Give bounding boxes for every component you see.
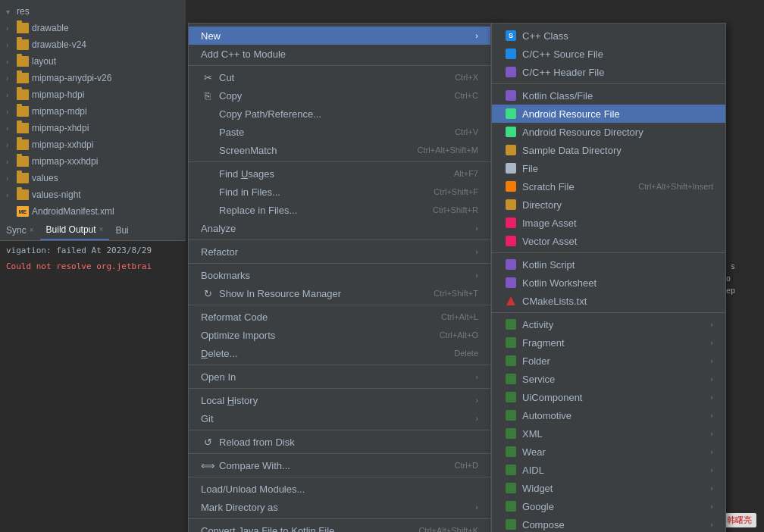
tree-item[interactable]: › mipmap-mdpi: [0, 103, 186, 120]
menu-item-convert-java[interactable]: Convert Java File to Kotlin File Ctrl+Al…: [189, 521, 490, 532]
menu-item-file[interactable]: File: [492, 159, 725, 177]
tab-bui-label: Bui: [115, 225, 128, 236]
menu-item-analyze[interactable]: Analyze ›: [189, 219, 490, 237]
menu-item-automotive[interactable]: Automotive ›: [492, 406, 725, 424]
menu-item-cmake[interactable]: CMakeLists.txt: [492, 292, 725, 310]
menu-item-delete[interactable]: Delete... Delete: [189, 344, 490, 362]
tree-item-xml-icon: ME: [17, 206, 29, 217]
paste-icon: [201, 125, 214, 139]
tree-item[interactable]: › mipmap-hdpi: [0, 86, 186, 103]
menu-item-reformat[interactable]: Reformat Code Ctrl+Alt+L: [189, 308, 490, 326]
menu-item-cpp-class[interactable]: S C++ Class: [492, 27, 725, 45]
aidl-icon: [504, 463, 518, 477]
menu-item-aidl[interactable]: AIDL ›: [492, 461, 725, 479]
menu-item-widget-label: Widget: [522, 483, 553, 494]
menu-item-wear[interactable]: Wear ›: [492, 443, 725, 461]
tree-item[interactable]: › mipmap-anydpi-v26: [0, 70, 186, 86]
file-tree: ▾ res › drawable› drawable-v24› layout› …: [0, 0, 186, 220]
menu-item-open-in[interactable]: Open In ›: [189, 368, 490, 386]
tab-build-output-label: Build Output: [46, 224, 96, 235]
menu-item-reformat-label: Reformat Code: [201, 311, 268, 323]
tab-bui[interactable]: Bui: [109, 220, 134, 240]
menu-item-widget[interactable]: Widget ›: [492, 479, 725, 497]
menu-item-open-in-arrow: ›: [475, 372, 478, 381]
tree-item[interactable]: › drawable: [0, 20, 186, 36]
menu-item-xml-label: XML: [522, 428, 543, 440]
menu-item-sample-data[interactable]: Sample Data Directory: [492, 141, 725, 159]
menu-item-new[interactable]: New ›: [189, 27, 490, 45]
tab-build-output-close[interactable]: ×: [99, 225, 104, 233]
menu-item-cut[interactable]: ✂ Cut Ctrl+X: [189, 68, 490, 86]
menu-item-add-cpp[interactable]: Add C++ to Module: [189, 45, 490, 63]
tab-build-output[interactable]: Build Output ×: [40, 220, 110, 240]
menu-item-screenmatch-shortcut: Ctrl+Alt+Shift+M: [402, 146, 478, 155]
menu-item-local-history[interactable]: Local History ›: [189, 391, 490, 409]
menu-item-optimize[interactable]: Optimize Imports Ctrl+Alt+O: [189, 326, 490, 344]
code-snippet: g s fo dep: [722, 261, 761, 297]
automotive-icon: [504, 408, 518, 422]
menu-item-vector-asset[interactable]: Vector Asset: [492, 232, 725, 250]
tree-root[interactable]: ▾ res: [0, 3, 186, 20]
cmake-icon: [504, 294, 518, 308]
menu-item-service-label: Service: [522, 374, 555, 385]
separator-1: [189, 65, 490, 66]
menu-item-scratch[interactable]: Scratch File Ctrl+Alt+Shift+Insert: [492, 177, 725, 196]
menu-item-copy[interactable]: ⎘ Copy Ctrl+C: [189, 86, 490, 105]
menu-item-google[interactable]: Google ›: [492, 497, 725, 515]
menu-item-mark-directory[interactable]: Mark Directory as ›: [189, 498, 490, 516]
menu-item-xml[interactable]: XML ›: [492, 424, 725, 443]
menu-item-kotlin-script[interactable]: Kotlin Script: [492, 255, 725, 274]
service-icon: [504, 372, 518, 386]
menu-item-load-modules[interactable]: Load/Unload Modules...: [189, 480, 490, 498]
menu-item-c-source[interactable]: C/C++ Source File: [492, 45, 725, 63]
menu-item-ui-component[interactable]: UiComponent ›: [492, 388, 725, 406]
tree-item-folder-icon: [17, 139, 29, 150]
menu-item-find-files-shortcut: Ctrl+Shift+F: [418, 187, 478, 196]
copy-icon: ⎘: [201, 89, 214, 102]
tree-item[interactable]: › layout: [0, 53, 186, 70]
tree-item-arrow: ›: [6, 141, 15, 149]
menu-item-find-usages[interactable]: Find Usages Alt+F7: [189, 164, 490, 183]
menu-item-compare[interactable]: ⟺ Compare With... Ctrl+D: [189, 456, 490, 474]
menu-item-show-resource[interactable]: ↻ Show In Resource Manager Ctrl+Shift+T: [189, 284, 490, 302]
menu-item-find-files[interactable]: Find in Files... Ctrl+Shift+F: [189, 183, 490, 201]
menu-item-image-asset[interactable]: Image Asset: [492, 214, 725, 232]
menu-item-kotlin-class[interactable]: Kotlin Class/File: [492, 86, 725, 105]
tree-item-label: drawable: [32, 23, 69, 33]
menu-item-git[interactable]: Git ›: [189, 409, 490, 427]
tab-sync-close[interactable]: ×: [30, 226, 34, 234]
menu-item-paste[interactable]: Paste Ctrl+V: [189, 123, 490, 141]
menu-item-activity-arrow: ›: [710, 320, 713, 329]
tree-item[interactable]: › mipmap-xxxhdpi: [0, 153, 186, 170]
menu-item-copy-path[interactable]: Copy Path/Reference...: [189, 105, 490, 123]
menu-item-optimize-shortcut: Ctrl+Alt+O: [424, 330, 478, 340]
menu-item-fragment[interactable]: Fragment ›: [492, 333, 725, 352]
menu-item-android-resource[interactable]: Android Resource File: [492, 105, 725, 123]
menu-item-activity[interactable]: Activity ›: [492, 315, 725, 333]
menu-item-refactor[interactable]: Refactor ›: [189, 243, 490, 261]
menu-item-mark-directory-arrow: ›: [475, 502, 478, 512]
menu-item-bookmarks[interactable]: Bookmarks ›: [189, 266, 490, 284]
menu-item-kotlin-worksheet[interactable]: Kotlin Worksheet: [492, 274, 725, 292]
menu-item-folder[interactable]: Folder ›: [492, 352, 725, 370]
activity-icon: [504, 318, 518, 331]
tree-item[interactable]: › mipmap-xxhdpi: [0, 136, 186, 153]
tree-item[interactable]: ME AndroidManifest.xml: [0, 203, 186, 220]
tree-item-label: mipmap-hdpi: [32, 89, 84, 100]
menu-item-directory[interactable]: Directory: [492, 196, 725, 214]
tab-sync[interactable]: Sync ×: [0, 220, 40, 240]
menu-item-replace-files[interactable]: Replace in Files... Ctrl+Shift+R: [189, 201, 490, 219]
menu-item-c-header[interactable]: C/C++ Header File: [492, 63, 725, 81]
menu-item-git-label: Git: [201, 413, 214, 424]
tree-item[interactable]: › mipmap-xhdpi: [0, 120, 186, 136]
menu-item-compose[interactable]: Compose ›: [492, 515, 725, 532]
menu-item-service[interactable]: Service ›: [492, 370, 725, 388]
tree-item[interactable]: › drawable-v24: [0, 36, 186, 53]
tree-item[interactable]: › values-night: [0, 186, 186, 203]
tree-item[interactable]: › values: [0, 170, 186, 186]
menu-item-find-usages-shortcut: Alt+F7: [439, 169, 478, 178]
menu-item-reload[interactable]: ↺ Reload from Disk: [189, 433, 490, 451]
menu-item-screenmatch[interactable]: ScreenMatch Ctrl+Alt+Shift+M: [189, 141, 490, 159]
sub-separator-1: [492, 83, 725, 84]
menu-item-android-directory[interactable]: Android Resource Directory: [492, 123, 725, 141]
